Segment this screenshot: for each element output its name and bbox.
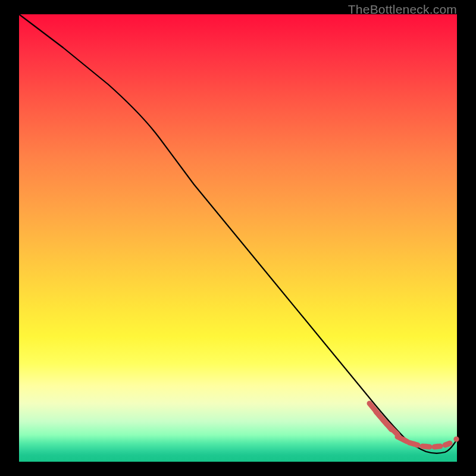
chart-overlay <box>19 14 457 462</box>
svg-point-0 <box>402 437 406 442</box>
svg-point-2 <box>424 444 428 449</box>
svg-point-1 <box>412 441 416 446</box>
sample-cluster <box>369 403 459 449</box>
svg-point-4 <box>445 442 450 447</box>
svg-point-3 <box>435 444 440 449</box>
svg-point-5 <box>453 436 459 441</box>
chart-frame: TheBottleneck.com <box>0 0 476 476</box>
bottleneck-curve <box>19 14 457 453</box>
